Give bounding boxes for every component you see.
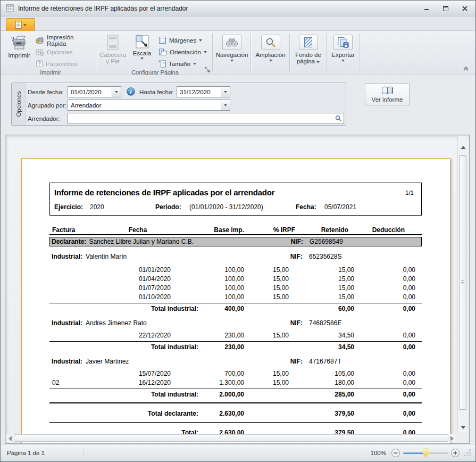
industrial-rows: 15/07/2020700,0015,00105,000,00 0216/12/… [49, 369, 422, 399]
chevron-down-icon [224, 104, 227, 106]
window-title: Informe de retenciones de IRPF aplicadas… [18, 5, 413, 12]
zoom-slider[interactable] [403, 449, 448, 458]
industrial-rows: 01/01/2020100,0015,0015,000,00 01/04/202… [49, 265, 422, 314]
plus-icon [453, 451, 457, 455]
hasta-fecha-combo[interactable]: 31/12/2020 [177, 86, 230, 97]
impresion-rapida-button[interactable]: Impresión Rápida [34, 35, 96, 45]
chevron-down-icon [115, 91, 118, 93]
horizontal-scrollbar-thumb[interactable] [14, 434, 448, 442]
report-app-icon [6, 4, 14, 12]
ribbon-group-fondo: Fondo de página [290, 31, 327, 75]
col-retenido: Retenido [295, 226, 356, 234]
report-header-box: Informe de retenciones de IRPF aplicadas… [49, 183, 422, 216]
orientacion-button[interactable]: Orientación [157, 47, 208, 57]
minimize-button[interactable] [421, 4, 432, 13]
horizontal-scrollbar[interactable] [6, 434, 456, 442]
table-row: 01/07/2020100,0015,0015,000,00 [49, 283, 422, 292]
imprimir-label: Imprimir [8, 52, 30, 59]
agrupado-por-combo[interactable]: Arrendador [68, 100, 230, 111]
scroll-down-arrow[interactable] [461, 426, 466, 429]
resize-grip[interactable] [464, 449, 471, 457]
zoom-out-button[interactable] [391, 449, 400, 457]
industrial-nif: 65235628S [309, 253, 341, 260]
options-grid-icon [36, 48, 44, 56]
col-irpf: % IRPF [247, 226, 295, 234]
zoom-percent: 100% [371, 450, 386, 456]
industrial-label: Industrial: [49, 253, 82, 260]
cabecera-y-pie-button[interactable]: Cabecera y Pie [98, 32, 127, 69]
page-background-icon [304, 37, 313, 48]
chevron-down-icon [341, 60, 345, 62]
nif-label: NIF: [283, 358, 303, 365]
close-button[interactable] [460, 4, 470, 13]
industrial-header: Industrial: Andres Jimenez Rato NIF: 746… [49, 319, 422, 327]
report-book-icon [381, 86, 394, 95]
col-fecha: Fecha [103, 226, 173, 234]
col-deduccion: Deducción [356, 226, 422, 234]
options-fields: Desde fecha: 01/01/2020 i Hasta fecha: 3… [26, 83, 346, 125]
svg-text:?: ? [38, 61, 41, 67]
scroll-up-arrow[interactable] [461, 146, 466, 149]
tamano-button[interactable]: Tamaño [157, 59, 208, 69]
declarante-label: Declarante: [50, 238, 86, 245]
report-content: Informe de retenciones de IRPF aplicadas… [49, 183, 422, 438]
vertical-scrollbar-thumb[interactable] [459, 155, 466, 410]
periodo-label: Periodo: [155, 203, 181, 211]
ribbon-group-ampliacion: Ampliación [251, 31, 290, 75]
agrupado-por-dropdown-button[interactable] [221, 100, 230, 110]
ampliacion-button[interactable]: Ampliación [254, 32, 288, 75]
arrendador-search-button[interactable] [333, 113, 344, 123]
hasta-fecha-value: 31/12/2020 [177, 87, 221, 97]
close-icon [462, 6, 467, 11]
printer-icon: ? [11, 35, 28, 51]
maximize-button[interactable] [440, 4, 451, 13]
navegacion-label: Navegación [216, 52, 248, 58]
desde-fecha-dropdown-button[interactable] [112, 87, 121, 97]
arrendador-input[interactable] [68, 113, 333, 123]
ribbon-group-exportar: Exportar [327, 31, 360, 75]
options-group-box: Opciones Desde fecha: 01/01/2020 i Hasta… [11, 82, 346, 126]
exportar-label: Exportar [331, 52, 354, 58]
report-meta: Ejercicio: 2020 Periodo: (01/01/2020 - 3… [50, 203, 421, 212]
zoom-slider-thumb[interactable] [423, 449, 429, 458]
minus-icon [394, 451, 398, 455]
nif-label: NIF: [284, 238, 303, 245]
table-row: 22/12/2020230,0015,0034,500,00 [49, 331, 422, 340]
export-icon [337, 37, 349, 48]
parametros-button[interactable]: ? Parámetros [34, 59, 96, 69]
industrial-nif: 74682586E [309, 319, 341, 327]
report-page-number: 1/1 [405, 189, 414, 196]
desde-fecha-combo[interactable]: 01/01/2020 [68, 86, 121, 97]
dialog-launcher-icon[interactable] [204, 67, 211, 73]
scroll-right-arrow[interactable] [450, 436, 454, 441]
restore-icon [443, 6, 448, 11]
imprimir-button[interactable]: ? Imprimir [5, 32, 34, 69]
chevron-down-icon [269, 60, 272, 62]
ver-informe-button[interactable]: Ver informe [365, 83, 410, 105]
opciones-label: Opciones [47, 49, 73, 55]
periodo-value: (01/01/2020 - 31/12/2020) [189, 203, 263, 211]
fondo-de-pagina-button[interactable]: Fondo de página [291, 32, 325, 75]
app-menu-button[interactable] [6, 18, 35, 31]
ribbon-group-imprimir: ? Imprimir Impresión Rápida [4, 31, 97, 75]
chevron-down-icon [230, 60, 233, 62]
collapse-ribbon-button[interactable] [463, 67, 469, 71]
escala-button[interactable]: Escala [128, 32, 156, 69]
navegacion-button[interactable]: Navegación [215, 32, 249, 75]
scroll-left-arrow[interactable] [9, 436, 12, 441]
exportar-button[interactable]: Exportar [328, 32, 358, 75]
report-options-area: Opciones Desde fecha: 01/01/2020 i Hasta… [1, 75, 475, 135]
vertical-scrollbar[interactable] [457, 136, 467, 432]
opciones-button[interactable]: Opciones [34, 47, 96, 57]
ejercicio-label: Ejercicio: [54, 203, 83, 211]
arrendador-field [68, 113, 344, 124]
statusbar-separator [365, 448, 365, 458]
industrial-header: Industrial: Javier Martinez NIF: 4716768… [49, 357, 422, 366]
margenes-button[interactable]: Márgenes [157, 35, 208, 45]
hasta-fecha-dropdown-button[interactable] [221, 87, 230, 97]
agrupado-por-label: Agrupado por: [28, 100, 66, 111]
status-bar: Página 1 de 1 100% [1, 444, 475, 461]
document-menu-icon [15, 21, 22, 29]
print-preview-surface[interactable]: Informe de retenciones de IRPF aplicadas… [5, 135, 470, 444]
zoom-in-button[interactable] [451, 449, 460, 457]
